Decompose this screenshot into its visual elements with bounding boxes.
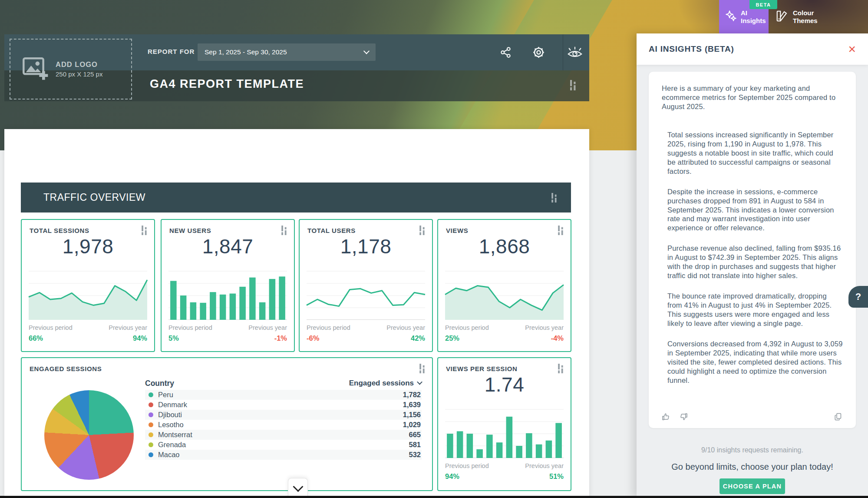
metric-card-total-sessions: TOTAL SESSIONS 1,978 Previous period Pre… [21,219,155,352]
row-value: 665 [409,431,421,439]
engaged-sessions-table: Country Engaged sessions Peru 1,782 Denm… [145,378,422,460]
help-button[interactable]: ? [848,286,868,308]
table-row: Montserrat 665 [145,430,422,440]
metric-value: 1,868 [438,235,571,258]
legend-dot [149,452,153,457]
row-value: 581 [409,441,421,449]
sparkle-icon [725,10,737,23]
ai-insights-label-1: AI [741,9,766,17]
upsell-text: Go beyond limits, choose your plan today… [637,462,868,472]
card-title: TOTAL USERS [307,227,356,234]
widget-bars-icon[interactable] [551,193,558,204]
metric-value: 1,847 [162,235,294,258]
ai-paragraph: The bounce rate improved dramatically, d… [667,292,843,328]
table-row: Peru 1,782 [145,390,422,400]
section-header-traffic-overview: TRAFFIC OVERVIEW [21,183,571,212]
add-logo-size-hint: 250 px X 125 px [56,70,102,78]
card-title: NEW USERS [169,227,211,234]
prev-period-change: -6% [307,334,319,342]
column-header-engaged-sessions-sort[interactable]: Engaged sessions [349,379,422,388]
country-label: Peru [158,391,173,399]
row-value: 1,029 [403,421,421,429]
copy-icon[interactable] [834,412,843,421]
close-icon[interactable]: × [848,43,856,56]
row-value: 1,782 [403,391,421,399]
prev-period-change: 66% [29,334,43,342]
table-row: Grenada 581 [145,440,422,450]
prev-year-label: Previous year [248,324,287,331]
legend-dot [149,432,153,437]
colour-themes-label-1: Colour [793,9,818,17]
ai-paragraph: Total sessions increased significantly i… [667,130,843,176]
country-label: Denmark [158,401,187,409]
ai-paragraph: Conversions decreased from 4,392 in Augu… [667,339,843,385]
sparkline-chart [29,271,147,320]
prev-period-label: Previous period [445,324,489,331]
country-label: Montserrat [158,431,192,439]
metric-value: 1,978 [22,235,154,258]
image-plus-icon [22,56,49,82]
ai-paragraph: Despite the increase in sessions, e-comm… [667,187,843,233]
date-range-value: Sep 1, 2025 - Sep 30, 2025 [205,48,287,56]
choose-a-plan-button[interactable]: CHOOSE A PLAN [719,478,785,494]
metric-value: 1.74 [438,373,571,396]
ai-paragraph: Purchase revenue also declined, falling … [667,244,843,280]
metric-value: 1,178 [300,235,432,258]
country-label: Macao [158,451,180,459]
sparkline-chart [307,271,425,320]
colour-themes-button[interactable]: Colour Themes [769,0,868,33]
engaged-sessions-card: ENGAGED SESSIONS Country Engaged session… [21,357,433,491]
sparkline-chart [445,409,564,458]
add-logo-dropzone[interactable]: ADD LOGO 250 px X 125 px [10,39,132,100]
widget-bars-icon[interactable] [570,80,577,92]
prev-year-change: -1% [274,334,287,342]
engaged-sessions-pie-chart [44,390,134,480]
chevron-down-icon [363,48,370,54]
report-for-label: REPORT FOR [148,48,195,55]
section-title: TRAFFIC OVERVIEW [43,192,145,203]
prev-period-change: 94% [445,472,459,481]
prev-year-change: 51% [549,472,564,481]
card-title: ENGAGED SESSIONS [30,365,102,372]
prev-year-label: Previous year [525,462,564,469]
table-row: Djibouti 1,156 [145,410,422,420]
table-row: Macao 532 [145,450,422,460]
metric-card-new-users: NEW USERS 1,847 Previous period Previous… [161,219,295,352]
add-logo-title: ADD LOGO [56,60,102,69]
ai-insights-label-2: Insights [741,17,766,25]
legend-dot [149,402,153,407]
table-row: Lesotho 1,029 [145,420,422,430]
prev-period-change: 25% [445,334,459,342]
row-value: 1,156 [403,411,421,419]
thumbs-down-icon[interactable] [679,412,688,421]
prev-period-label: Previous period [168,324,212,331]
prev-period-label: Previous period [29,324,73,331]
panel-title: AI INSIGHTS (BETA) [649,44,734,54]
scroll-down-button[interactable] [288,478,308,498]
preview-eye-button[interactable] [565,43,584,62]
row-value: 532 [409,451,421,459]
prev-year-change: -4% [551,334,564,342]
colour-themes-label-2: Themes [793,17,818,25]
legend-dot [149,422,153,427]
settings-button[interactable] [529,43,548,62]
prev-year-change: 94% [133,334,147,342]
prev-year-label: Previous year [525,324,564,331]
country-label: Grenada [158,441,186,449]
date-range-select[interactable]: Sep 1, 2025 - Sep 30, 2025 [198,43,376,61]
window-bottom-edge [0,496,868,498]
legend-dot [149,412,153,417]
thumbs-up-icon[interactable] [662,412,670,421]
beta-badge: BETA [749,0,777,9]
table-row: Denmark 1,639 [145,400,422,410]
report-title: GA4 REPORT TEMPLATE [150,77,304,91]
prev-period-change: 5% [168,334,179,342]
prev-period-label: Previous period [307,324,350,331]
prev-period-label: Previous period [445,462,489,469]
widget-bars-icon[interactable] [419,364,426,375]
metric-card-total-users: TOTAL USERS 1,178 Previous period Previo… [299,219,433,352]
country-label: Djibouti [158,411,182,419]
ai-insights-panel: AI INSIGHTS (BETA) × Here is a summary o… [637,33,868,498]
row-value: 1,639 [403,401,421,409]
share-button[interactable] [496,43,515,62]
